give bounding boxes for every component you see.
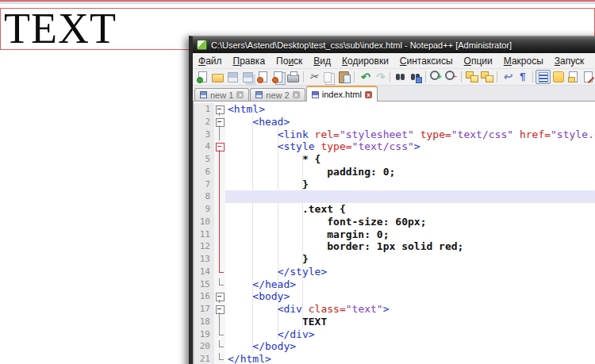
- code-text[interactable]: [225, 190, 595, 203]
- fold-toggle-icon[interactable]: [214, 103, 225, 116]
- code-text[interactable]: </body>: [225, 340, 595, 353]
- editor-line-11[interactable]: 11 margin: 0;: [194, 228, 595, 241]
- editor-line-10[interactable]: 10 font-size: 60px;: [194, 216, 595, 228]
- editor-line-14[interactable]: 14 </style>: [194, 266, 595, 278]
- editor-line-9[interactable]: 9 .text {: [194, 203, 595, 216]
- fold-toggle-icon[interactable]: [214, 140, 225, 153]
- menu-item-9[interactable]: Плагины: [589, 54, 595, 68]
- editor-line-12[interactable]: 12 border: 1px solid red;: [194, 240, 595, 253]
- close-all-button[interactable]: [271, 70, 286, 84]
- paste-button[interactable]: [336, 70, 351, 84]
- code-text[interactable]: <html>: [225, 103, 595, 116]
- code-text[interactable]: TEXT: [225, 316, 595, 328]
- line-number: 9: [194, 203, 214, 216]
- tab-close-icon[interactable]: x: [293, 91, 300, 98]
- editor-line-1[interactable]: 1<html>: [194, 103, 595, 116]
- sync-scroll-h-button[interactable]: [479, 70, 494, 84]
- show-all-chars-button[interactable]: [515, 70, 530, 84]
- editor-line-13[interactable]: 13 }: [194, 253, 595, 266]
- fold-line: [214, 328, 225, 341]
- code-text[interactable]: font-size: 60px;: [225, 216, 595, 228]
- code-text[interactable]: padding: 0;: [225, 166, 595, 178]
- find-button[interactable]: [393, 70, 408, 84]
- editor-line-19[interactable]: 19 </div>: [194, 328, 595, 341]
- zoom-out-button[interactable]: [443, 70, 459, 84]
- editor-line-3[interactable]: 3 <link rel="stylesheet" type="text/css"…: [194, 128, 595, 141]
- menu-item-3[interactable]: Вид: [308, 54, 336, 68]
- menu-item-6[interactable]: Опции: [459, 54, 498, 68]
- save-all-button[interactable]: [240, 70, 255, 84]
- code-text[interactable]: <body>: [225, 290, 595, 303]
- code-text[interactable]: }: [225, 253, 595, 266]
- code-editor[interactable]: 1<html>2 <head>3 <link rel="stylesheet" …: [193, 102, 595, 364]
- editor-line-17[interactable]: 17 <div class="text">: [194, 303, 595, 316]
- save-icon: [227, 71, 240, 83]
- save-button[interactable]: [225, 70, 240, 84]
- code-text[interactable]: .text {: [225, 203, 595, 216]
- tab-new-2[interactable]: new 2x: [250, 88, 305, 101]
- fold-line: [214, 228, 225, 241]
- editor-line-16[interactable]: 16 <body>: [194, 290, 595, 303]
- menu-item-7[interactable]: Макросы: [498, 54, 549, 68]
- code-text[interactable]: </head>: [225, 278, 595, 291]
- function-list-button[interactable]: [566, 70, 581, 84]
- cut-icon: [308, 71, 321, 83]
- code-text[interactable]: </style>: [225, 266, 595, 278]
- menu-item-2[interactable]: Поиск: [271, 54, 308, 68]
- editor-line-20[interactable]: 20 </body>: [194, 340, 595, 353]
- editor-line-15[interactable]: 15 </head>: [194, 278, 595, 291]
- replace-button[interactable]: [408, 70, 423, 84]
- undo-button[interactable]: [357, 70, 372, 84]
- tab-close-icon[interactable]: x: [365, 91, 372, 98]
- zoom-in-button[interactable]: [428, 70, 443, 84]
- code-text[interactable]: <link rel="stylesheet" type="text/css" h…: [225, 128, 595, 141]
- code-text[interactable]: }: [225, 178, 595, 191]
- word-wrap-button[interactable]: [500, 70, 515, 84]
- editor-line-21[interactable]: 21</html>: [194, 353, 595, 364]
- editor-line-8[interactable]: 8: [194, 190, 595, 203]
- editor-line-4[interactable]: 4 <style type="text/css">: [194, 140, 595, 153]
- code-text[interactable]: * {: [225, 153, 595, 166]
- new-file-icon: [197, 71, 209, 83]
- code-text[interactable]: <style type="text/css">: [225, 140, 595, 153]
- tab-close-icon[interactable]: x: [236, 91, 244, 98]
- edit-pen-button[interactable]: [581, 70, 595, 84]
- title-bar[interactable]: C:\Users\Astend\Desktop\test_css\sub\ind…: [193, 36, 595, 53]
- editor-line-5[interactable]: 5 * {: [194, 153, 595, 166]
- code-text[interactable]: <div class="text">: [225, 303, 595, 316]
- copy-button[interactable]: [321, 70, 336, 84]
- menu-item-5[interactable]: Синтаксисы: [394, 54, 459, 68]
- code-text[interactable]: </html>: [225, 353, 595, 364]
- menu-item-4[interactable]: Кодировки: [336, 54, 394, 68]
- document-map-button[interactable]: [551, 70, 566, 84]
- fold-line: [214, 266, 225, 278]
- code-text[interactable]: </div>: [225, 328, 595, 341]
- code-text[interactable]: margin: 0;: [225, 228, 595, 241]
- tab-index.html[interactable]: index.htmlx: [306, 86, 378, 102]
- tab-new-1[interactable]: new 1x: [194, 88, 249, 101]
- cut-button[interactable]: [306, 70, 321, 84]
- redo-button[interactable]: [372, 70, 387, 84]
- print-button[interactable]: [286, 70, 301, 84]
- editor-line-6[interactable]: 6 padding: 0;: [194, 166, 595, 178]
- menu-item-1[interactable]: Правка: [228, 54, 271, 68]
- tab-label: new 1: [210, 90, 233, 100]
- open-folder-button[interactable]: [210, 70, 225, 84]
- close-button[interactable]: [255, 70, 271, 84]
- line-number: 19: [194, 328, 214, 341]
- code-text[interactable]: border: 1px solid red;: [225, 240, 595, 253]
- code-text[interactable]: <head>: [225, 116, 595, 128]
- editor-line-2[interactable]: 2 <head>: [194, 116, 595, 128]
- fold-toggle-icon[interactable]: [214, 303, 225, 316]
- fold-toggle-icon[interactable]: [214, 290, 225, 303]
- indent-guide-button[interactable]: [536, 70, 551, 84]
- fold-toggle-icon[interactable]: [214, 116, 225, 128]
- new-file-button[interactable]: [195, 70, 210, 84]
- menu-item-0[interactable]: Файл: [193, 54, 228, 68]
- menu-item-8[interactable]: Запуск: [549, 54, 590, 68]
- toolbar-separator: [425, 71, 426, 82]
- editor-line-7[interactable]: 7 }: [194, 178, 595, 191]
- line-number: 4: [194, 140, 214, 153]
- sync-scroll-v-button[interactable]: [464, 70, 479, 84]
- editor-line-18[interactable]: 18 TEXT: [194, 316, 595, 328]
